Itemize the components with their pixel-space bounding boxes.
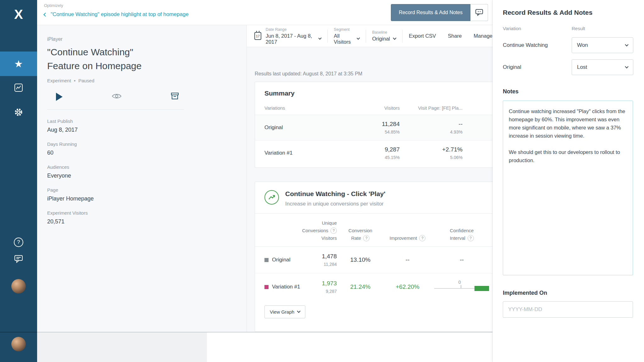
- experiment-title: "Continue Watching" Feature on Homepage: [47, 45, 234, 73]
- summary-title: Summary: [255, 90, 493, 97]
- visitors-share: 45.15%: [334, 155, 400, 160]
- calendar-day-label: 17: [255, 34, 261, 38]
- improvement-value: --: [400, 121, 463, 128]
- summary-card: Summary Variations Visitors Visit Page: …: [255, 82, 494, 168]
- result-select-continue-watching[interactable]: Won: [572, 37, 633, 53]
- rate-value: 13.10%: [337, 256, 384, 263]
- sidebar-item-results[interactable]: [0, 76, 37, 101]
- notes-chat-button[interactable]: [470, 4, 488, 21]
- header-conversion: Conversion: [348, 227, 372, 234]
- preview-button[interactable]: [111, 93, 122, 101]
- result-column-label: Result: [572, 26, 633, 31]
- sidebar-item-experiments[interactable]: ★: [0, 52, 37, 76]
- result-select-original[interactable]: Lost: [572, 59, 633, 75]
- implemented-on-input[interactable]: [503, 301, 633, 318]
- record-panel-columns: Variation Result: [503, 26, 633, 31]
- notes-textarea[interactable]: Continue watching increased "Play" click…: [503, 101, 633, 275]
- archive-icon: [170, 92, 179, 101]
- chevron-left-icon: [43, 13, 47, 17]
- help-icon[interactable]: ?: [468, 235, 474, 241]
- toolbar-divider: [366, 30, 366, 43]
- metric-row-variation-1: Variation #1 1,973 9,287 21.24% +62.20% …: [255, 273, 493, 300]
- meta-label: Last Publish: [47, 118, 234, 124]
- optimizely-logo-icon[interactable]: X: [0, 0, 37, 29]
- interval-range-bar: [475, 286, 489, 291]
- visitors-value: 11,284: [334, 121, 400, 128]
- status-badge: Paused: [78, 78, 94, 83]
- interval-value: --: [431, 256, 492, 263]
- share-button[interactable]: Share: [448, 33, 462, 39]
- app-root: X ★: [0, 0, 644, 362]
- window-seam-rail: [0, 332, 37, 332]
- visitors-value: 9,287: [334, 146, 400, 153]
- manage-button[interactable]: Manage: [474, 33, 492, 39]
- rate-value: 5.06%: [400, 155, 463, 160]
- view-graph-button[interactable]: View Graph: [264, 305, 305, 318]
- project-name: iPlayer: [47, 36, 234, 42]
- help-icon[interactable]: ?: [363, 235, 369, 241]
- brand-label: Optimizely: [44, 3, 63, 8]
- status-separator: •: [74, 78, 75, 83]
- record-results-button[interactable]: Record Results & Add Notes: [391, 4, 470, 21]
- help-icon[interactable]: ?: [419, 235, 425, 241]
- panel-divider: [47, 109, 184, 110]
- visitors-value: 11,284: [308, 262, 337, 267]
- baseline-dropdown[interactable]: Baseline Original: [372, 30, 396, 42]
- chevron-down-icon: [318, 36, 322, 40]
- result-selected-value: Lost: [577, 64, 587, 70]
- meta-label: Page: [47, 187, 234, 193]
- date-range-dropdown[interactable]: Date Range Jun 8, 2017 - Aug 8, 2017: [266, 27, 321, 45]
- experiment-title-line2: Feature on Homepage: [47, 59, 234, 73]
- date-range-label: Date Range: [266, 27, 321, 32]
- original-swatch-icon: [264, 258, 269, 262]
- breadcrumb[interactable]: "Continue Watching" episode highlight at…: [44, 11, 189, 18]
- header-interval: Interval: [450, 234, 465, 242]
- feedback-button[interactable]: [0, 251, 37, 268]
- nav-rail: X ★: [0, 0, 37, 362]
- results-chart-icon: [14, 83, 24, 94]
- meta-value: 20,571: [47, 218, 234, 225]
- segment-label: Segment: [334, 27, 359, 32]
- segment-value: All Visitors: [334, 33, 354, 45]
- meta-label: Experiment Visitors: [47, 210, 234, 216]
- meta-days-running: Days Running 60: [47, 141, 234, 156]
- variation-name: Variation #1: [272, 284, 300, 290]
- implemented-on-label: Implemented On: [503, 290, 633, 296]
- speech-bubble-icon: [475, 8, 483, 17]
- result-row-original: Original Lost: [503, 59, 633, 75]
- segment-dropdown[interactable]: Segment All Visitors: [334, 27, 359, 45]
- record-panel-title: Record Results & Add Notes: [503, 9, 633, 16]
- interval-zero-label: 0: [458, 280, 461, 285]
- user-avatar-secondary[interactable]: [11, 337, 26, 351]
- metric-title: Continue Watching - Click 'Play': [285, 190, 385, 198]
- metric-header-row: Unique Conversions ? Visitors Conversion…: [255, 214, 493, 247]
- summary-header-row: Variations Visitors Visit Page: [FE] Pla…: [255, 105, 493, 115]
- meta-label: Audiences: [47, 164, 234, 170]
- toolbar-divider: [327, 30, 328, 43]
- header-conversions: Conversions: [302, 227, 328, 234]
- meta-audiences: Audiences Everyone: [47, 164, 234, 179]
- baseline-label: Baseline: [372, 30, 396, 35]
- notes-label: Notes: [503, 88, 633, 95]
- view-graph-label: View Graph: [270, 309, 294, 315]
- archive-button[interactable]: [170, 92, 179, 101]
- date-range-value: Jun 8, 2017 - Aug 8, 2017: [266, 33, 315, 45]
- sidebar-item-settings[interactable]: [0, 101, 37, 125]
- export-csv-button[interactable]: Export CSV: [409, 33, 436, 39]
- variation-name: Variation #1: [264, 150, 334, 156]
- user-avatar[interactable]: [11, 279, 26, 293]
- help-button[interactable]: ?: [0, 234, 37, 251]
- question-icon: ?: [14, 238, 23, 247]
- improvement-value: +2.71%: [400, 146, 463, 153]
- window-seam: [37, 332, 492, 332]
- meta-label: Days Running: [47, 141, 234, 147]
- variation-name: Original: [272, 257, 291, 263]
- nav-items: ★: [0, 52, 37, 125]
- improvement-value: +62.20%: [384, 283, 431, 290]
- rate-value: 21.24%: [337, 283, 384, 290]
- baseline-value: Original: [372, 36, 390, 42]
- variation-swatch-icon: [264, 285, 269, 289]
- help-icon[interactable]: ?: [330, 228, 337, 234]
- play-button[interactable]: [56, 93, 63, 101]
- metric-subtitle: Increase in unique conversions per visit…: [285, 201, 385, 207]
